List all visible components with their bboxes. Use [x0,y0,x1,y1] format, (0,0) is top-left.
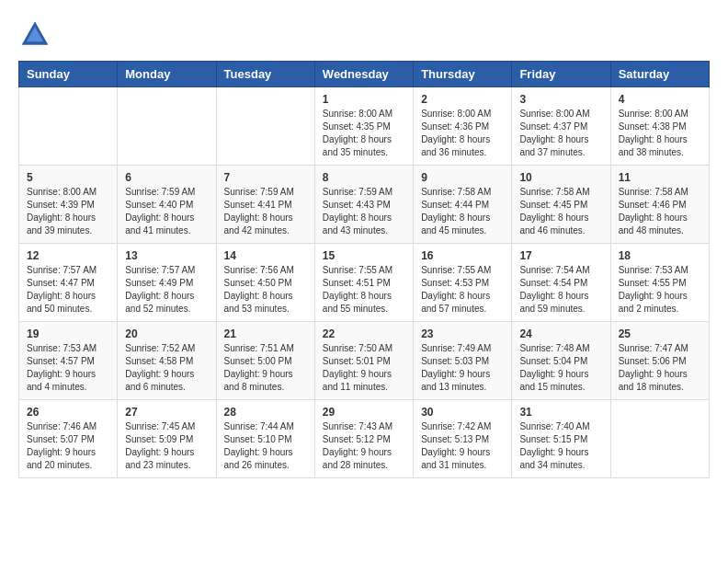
calendar-cell: 27Sunrise: 7:45 AM Sunset: 5:09 PM Dayli… [118,400,216,478]
day-number: 31 [519,406,602,419]
day-number: 10 [519,171,602,184]
calendar-cell: 28Sunrise: 7:44 AM Sunset: 5:10 PM Dayli… [216,400,314,478]
day-info: Sunrise: 8:00 AM Sunset: 4:38 PM Dayligh… [619,108,701,159]
day-number: 9 [421,171,504,184]
calendar-cell: 5Sunrise: 8:00 AM Sunset: 4:39 PM Daylig… [19,166,118,244]
day-info: Sunrise: 8:00 AM Sunset: 4:39 PM Dayligh… [27,186,109,237]
day-number: 22 [323,327,405,340]
calendar-cell: 4Sunrise: 8:00 AM Sunset: 4:38 PM Daylig… [610,87,709,166]
calendar-cell: 9Sunrise: 7:58 AM Sunset: 4:44 PM Daylig… [414,166,512,244]
day-info: Sunrise: 7:49 AM Sunset: 5:03 PM Dayligh… [421,342,504,394]
calendar-cell: 16Sunrise: 7:55 AM Sunset: 4:53 PM Dayli… [414,244,512,322]
calendar-cell: 8Sunrise: 7:59 AM Sunset: 4:43 PM Daylig… [314,166,413,244]
calendar-cell: 31Sunrise: 7:40 AM Sunset: 5:15 PM Dayli… [512,400,610,478]
day-number: 20 [125,327,208,340]
day-number: 13 [125,249,208,262]
calendar-cell: 26Sunrise: 7:46 AM Sunset: 5:07 PM Dayli… [19,400,118,478]
calendar-header-row: SundayMondayTuesdayWednesdayThursdayFrid… [19,62,710,87]
day-number: 17 [519,249,602,262]
calendar-cell: 2Sunrise: 8:00 AM Sunset: 4:36 PM Daylig… [414,87,512,166]
calendar-cell: 24Sunrise: 7:48 AM Sunset: 5:04 PM Dayli… [512,322,610,400]
day-info: Sunrise: 7:55 AM Sunset: 4:51 PM Dayligh… [323,264,405,316]
day-info: Sunrise: 7:59 AM Sunset: 4:40 PM Dayligh… [125,186,208,237]
calendar-cell: 1Sunrise: 8:00 AM Sunset: 4:35 PM Daylig… [314,87,413,166]
calendar-cell [216,87,314,166]
calendar-cell: 21Sunrise: 7:51 AM Sunset: 5:00 PM Dayli… [216,322,314,400]
day-info: Sunrise: 7:58 AM Sunset: 4:44 PM Dayligh… [421,186,504,237]
day-info: Sunrise: 7:44 AM Sunset: 5:10 PM Dayligh… [224,420,307,472]
day-number: 4 [619,93,701,106]
day-number: 12 [27,249,109,262]
day-number: 18 [619,249,701,262]
day-info: Sunrise: 7:52 AM Sunset: 4:58 PM Dayligh… [125,342,208,394]
day-of-week-header: Sunday [19,62,118,87]
day-info: Sunrise: 8:00 AM Sunset: 4:35 PM Dayligh… [323,108,405,159]
day-info: Sunrise: 7:48 AM Sunset: 5:04 PM Dayligh… [519,342,602,394]
calendar-cell: 12Sunrise: 7:57 AM Sunset: 4:47 PM Dayli… [19,244,118,322]
day-number: 3 [519,93,602,106]
day-number: 7 [224,171,307,184]
day-number: 15 [323,249,405,262]
day-info: Sunrise: 7:50 AM Sunset: 5:01 PM Dayligh… [323,342,405,394]
day-number: 21 [224,327,307,340]
calendar-cell: 29Sunrise: 7:43 AM Sunset: 5:12 PM Dayli… [314,400,413,478]
calendar-cell: 11Sunrise: 7:58 AM Sunset: 4:46 PM Dayli… [610,166,709,244]
calendar-cell [610,400,709,478]
day-number: 28 [224,406,307,419]
calendar-cell: 18Sunrise: 7:53 AM Sunset: 4:55 PM Dayli… [610,244,709,322]
day-of-week-header: Thursday [414,62,512,87]
calendar-cell: 14Sunrise: 7:56 AM Sunset: 4:50 PM Dayli… [216,244,314,322]
calendar-cell [19,87,118,166]
logo [18,18,57,52]
calendar-cell: 13Sunrise: 7:57 AM Sunset: 4:49 PM Dayli… [118,244,216,322]
day-number: 30 [421,406,504,419]
day-info: Sunrise: 7:42 AM Sunset: 5:13 PM Dayligh… [421,420,504,472]
page-header [18,18,710,52]
calendar-cell: 22Sunrise: 7:50 AM Sunset: 5:01 PM Dayli… [314,322,413,400]
day-of-week-header: Friday [512,62,610,87]
day-info: Sunrise: 7:59 AM Sunset: 4:43 PM Dayligh… [323,186,405,237]
day-number: 23 [421,327,504,340]
day-number: 29 [323,406,405,419]
calendar-cell: 19Sunrise: 7:53 AM Sunset: 4:57 PM Dayli… [19,322,118,400]
day-info: Sunrise: 8:00 AM Sunset: 4:37 PM Dayligh… [519,108,602,159]
calendar-table: SundayMondayTuesdayWednesdayThursdayFrid… [18,61,710,478]
calendar-cell: 23Sunrise: 7:49 AM Sunset: 5:03 PM Dayli… [414,322,512,400]
calendar-cell: 25Sunrise: 7:47 AM Sunset: 5:06 PM Dayli… [610,322,709,400]
day-info: Sunrise: 8:00 AM Sunset: 4:36 PM Dayligh… [421,108,504,159]
day-number: 16 [421,249,504,262]
day-info: Sunrise: 7:53 AM Sunset: 4:57 PM Dayligh… [27,342,109,394]
day-info: Sunrise: 7:57 AM Sunset: 4:49 PM Dayligh… [125,264,208,316]
day-number: 14 [224,249,307,262]
day-info: Sunrise: 7:58 AM Sunset: 4:46 PM Dayligh… [619,186,701,237]
day-info: Sunrise: 7:43 AM Sunset: 5:12 PM Dayligh… [323,420,405,472]
day-number: 19 [27,327,109,340]
calendar-cell: 20Sunrise: 7:52 AM Sunset: 4:58 PM Dayli… [118,322,216,400]
calendar-week-row: 1Sunrise: 8:00 AM Sunset: 4:35 PM Daylig… [19,87,710,166]
calendar-cell: 7Sunrise: 7:59 AM Sunset: 4:41 PM Daylig… [216,166,314,244]
calendar-week-row: 5Sunrise: 8:00 AM Sunset: 4:39 PM Daylig… [19,166,710,244]
calendar-cell [118,87,216,166]
calendar-week-row: 12Sunrise: 7:57 AM Sunset: 4:47 PM Dayli… [19,244,710,322]
day-of-week-header: Tuesday [216,62,314,87]
day-number: 1 [323,93,405,106]
day-number: 26 [27,406,109,419]
calendar-cell: 10Sunrise: 7:58 AM Sunset: 4:45 PM Dayli… [512,166,610,244]
day-info: Sunrise: 7:47 AM Sunset: 5:06 PM Dayligh… [619,342,701,394]
day-number: 8 [323,171,405,184]
day-info: Sunrise: 7:40 AM Sunset: 5:15 PM Dayligh… [519,420,602,472]
day-of-week-header: Monday [118,62,216,87]
calendar-cell: 30Sunrise: 7:42 AM Sunset: 5:13 PM Dayli… [414,400,512,478]
day-info: Sunrise: 7:54 AM Sunset: 4:54 PM Dayligh… [519,264,602,316]
day-info: Sunrise: 7:51 AM Sunset: 5:00 PM Dayligh… [224,342,307,394]
calendar-cell: 17Sunrise: 7:54 AM Sunset: 4:54 PM Dayli… [512,244,610,322]
day-info: Sunrise: 7:58 AM Sunset: 4:45 PM Dayligh… [519,186,602,237]
day-number: 5 [27,171,109,184]
day-info: Sunrise: 7:46 AM Sunset: 5:07 PM Dayligh… [27,420,109,472]
day-info: Sunrise: 7:55 AM Sunset: 4:53 PM Dayligh… [421,264,504,316]
day-number: 24 [519,327,602,340]
calendar-cell: 3Sunrise: 8:00 AM Sunset: 4:37 PM Daylig… [512,87,610,166]
calendar-week-row: 19Sunrise: 7:53 AM Sunset: 4:57 PM Dayli… [19,322,710,400]
day-number: 27 [125,406,208,419]
day-of-week-header: Saturday [610,62,709,87]
